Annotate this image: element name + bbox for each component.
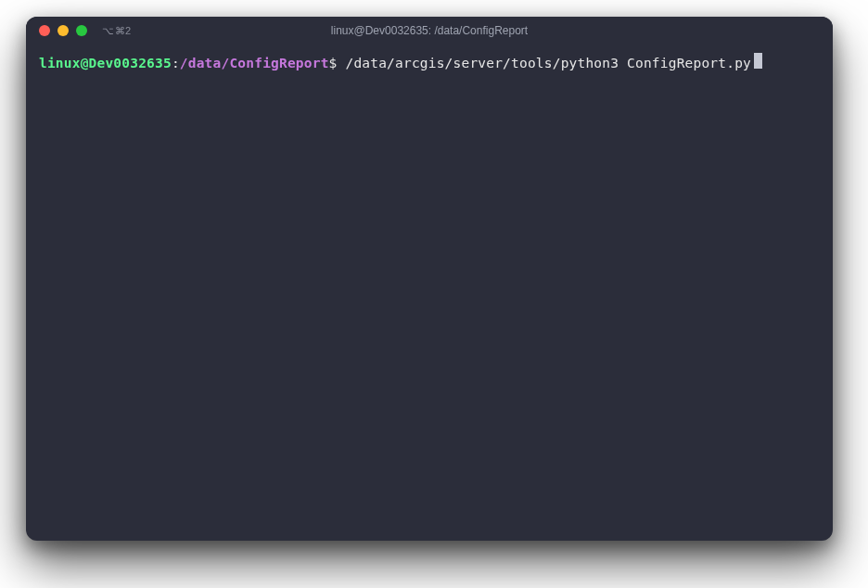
traffic-lights: [39, 25, 87, 36]
close-button[interactable]: [39, 25, 50, 36]
prompt-line: linux@Dev0032635:/data/ConfigReport$ /da…: [39, 52, 820, 74]
prompt-separator: :: [172, 54, 180, 74]
minimize-button[interactable]: [57, 25, 69, 36]
terminal-body[interactable]: linux@Dev0032635:/data/ConfigReport$ /da…: [26, 45, 833, 541]
cursor-icon: [754, 53, 762, 69]
window-title: linux@Dev0032635: /data/ConfigReport: [331, 24, 528, 37]
command-input[interactable]: /data/arcgis/server/tools/python3 Config…: [338, 54, 752, 74]
maximize-button[interactable]: [76, 25, 87, 36]
title-bar: ⌥⌘2 linux@Dev0032635: /data/ConfigReport: [26, 17, 833, 45]
tab-indicator: ⌥⌘2: [102, 25, 132, 37]
prompt-symbol: $: [329, 54, 338, 74]
terminal-window: ⌥⌘2 linux@Dev0032635: /data/ConfigReport…: [26, 17, 833, 541]
command-text: /data/arcgis/server/tools/python3 Config…: [345, 56, 751, 70]
prompt-user-host: linux@Dev0032635: [39, 54, 172, 74]
prompt-cwd: /data/ConfigReport: [180, 54, 329, 74]
